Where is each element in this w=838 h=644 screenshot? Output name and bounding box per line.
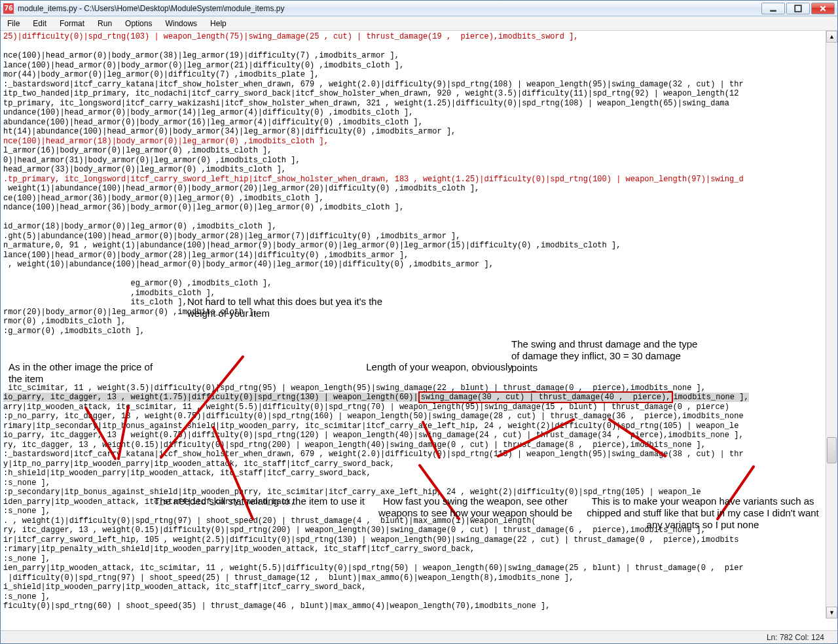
- minimize-button[interactable]: [761, 3, 785, 14]
- menu-options[interactable]: Options: [118, 18, 158, 29]
- menu-run[interactable]: Run: [91, 18, 118, 29]
- status-cursor-pos: Ln: 782 Col: 124: [767, 633, 824, 642]
- annotation-length: Length of your weapon, obviously: [354, 361, 524, 373]
- annotation-imodbits: This is to make your weapon have variant…: [583, 495, 822, 531]
- annotation-weight: Not hard to tell what this does but yea …: [187, 296, 390, 319]
- scroll-thumb[interactable]: [827, 437, 837, 463]
- code-text[interactable]: 25)|difficulty(0)|spd_rtng(103) | weapon…: [1, 31, 826, 630]
- title-bar: 76 module_items.py - C:\Users\Home\Deskt…: [1, 1, 837, 16]
- window-buttons: [760, 3, 835, 14]
- scroll-down-button[interactable]: ▼: [826, 607, 837, 618]
- window-title: module_items.py - C:\Users\Home\Desktop\…: [18, 4, 760, 13]
- menu-bar: File Edit Format Run Options Windows Hel…: [1, 16, 837, 31]
- scroll-up-button[interactable]: ▲: [826, 31, 837, 43]
- status-bar: Ln: 782 Col: 124: [1, 630, 837, 643]
- annotation-skill: The needed skill stat relating to the it…: [148, 495, 371, 507]
- menu-file[interactable]: File: [1, 18, 26, 29]
- menu-windows[interactable]: Windows: [158, 18, 204, 29]
- maximize-button[interactable]: [786, 3, 810, 14]
- annotation-speed: How fast you swing the weapon, see other…: [371, 495, 580, 519]
- menu-format[interactable]: Format: [53, 18, 91, 29]
- menu-help[interactable]: Help: [204, 18, 233, 29]
- editor-area: 25)|difficulty(0)|spd_rtng(103) | weapon…: [1, 31, 837, 630]
- menu-edit[interactable]: Edit: [26, 18, 53, 29]
- app-window: 76 module_items.py - C:\Users\Home\Deskt…: [0, 0, 838, 644]
- annotation-price: As in the other image the price of the i…: [9, 361, 169, 385]
- svg-rect-1: [795, 5, 801, 12]
- close-button[interactable]: [811, 3, 835, 14]
- app-icon: 76: [3, 3, 14, 14]
- scroll-track[interactable]: [826, 43, 837, 607]
- vertical-scrollbar: ▲ ▼: [826, 31, 837, 618]
- svg-rect-0: [770, 10, 776, 11]
- annotation-damage: The swing and thrust damage and the type…: [511, 338, 708, 374]
